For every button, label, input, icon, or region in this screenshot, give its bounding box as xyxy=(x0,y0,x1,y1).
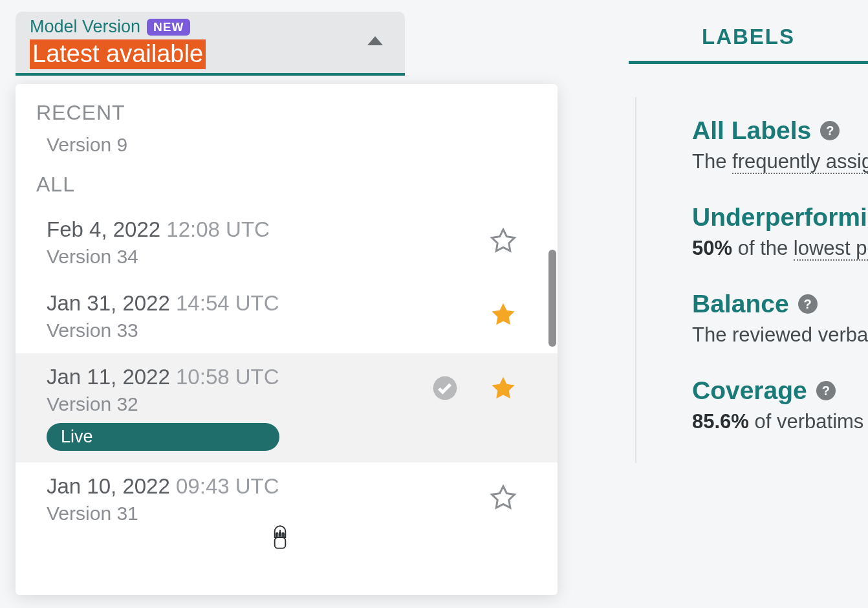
dropdown-label-row: Model Version NEW xyxy=(30,17,391,37)
version-date: Jan 31, 2022 14:54 UTC xyxy=(47,291,279,316)
version-text: Jan 11, 2022 10:58 UTC Version 32 Live xyxy=(47,365,279,451)
model-version-dropdown-panel: RECENT Version 9 ALL Feb 4, 2022 12:08 U… xyxy=(16,84,558,595)
dropdown-label: Model Version xyxy=(30,17,140,37)
model-version-dropdown-trigger[interactable]: Model Version NEW Latest available xyxy=(16,12,405,76)
tab-labels[interactable]: LABELS xyxy=(629,25,868,64)
dropdown-selected-value: Latest available xyxy=(30,39,206,69)
check-circle-icon xyxy=(432,375,458,401)
scrollbar-thumb[interactable] xyxy=(548,250,556,347)
label-block-underperforming: Underperformi 50% of the lowest pe xyxy=(692,203,868,260)
label-desc: The frequently assign xyxy=(692,150,868,173)
label-block-coverage: Coverage ? 85.6% of verbatims a xyxy=(692,376,868,433)
label-title: Coverage xyxy=(692,376,807,405)
version-item[interactable]: Jan 10, 2022 09:43 UTC Version 31 xyxy=(16,462,558,536)
label-desc: The reviewed verbati xyxy=(692,323,868,347)
version-item[interactable]: Feb 4, 2022 12:08 UTC Version 34 xyxy=(16,206,558,279)
label-title: Balance xyxy=(692,290,789,318)
labels-panel: All Labels ? The frequently assign Under… xyxy=(635,97,868,463)
label-title: Underperformi xyxy=(692,203,867,232)
star-icon[interactable] xyxy=(489,300,517,329)
live-badge: Live xyxy=(47,423,279,451)
version-item[interactable]: Jan 11, 2022 10:58 UTC Version 32 Live xyxy=(16,353,558,462)
help-icon[interactable]: ? xyxy=(820,121,840,140)
version-number: Version 33 xyxy=(47,320,279,342)
label-desc: 85.6% of verbatims a xyxy=(692,410,868,433)
star-icon[interactable] xyxy=(489,226,517,255)
version-date: Jan 10, 2022 09:43 UTC xyxy=(47,474,279,499)
new-badge: NEW xyxy=(147,19,190,36)
all-section-header: ALL xyxy=(16,170,558,206)
version-date: Feb 4, 2022 12:08 UTC xyxy=(47,217,270,242)
label-title: All Labels xyxy=(692,116,811,145)
version-number: Version 34 xyxy=(47,246,270,268)
version-text: Jan 10, 2022 09:43 UTC Version 31 xyxy=(47,474,279,525)
star-icon[interactable] xyxy=(489,483,517,512)
recent-section-header: RECENT xyxy=(16,98,558,134)
version-item[interactable]: Jan 31, 2022 14:54 UTC Version 33 xyxy=(16,279,558,353)
star-icon[interactable] xyxy=(489,374,517,402)
version-number: Version 31 xyxy=(47,503,279,525)
help-icon[interactable]: ? xyxy=(798,294,818,314)
version-list: Feb 4, 2022 12:08 UTC Version 34 Jan 31,… xyxy=(16,206,558,536)
version-text: Feb 4, 2022 12:08 UTC Version 34 xyxy=(47,217,270,268)
label-block-balance: Balance ? The reviewed verbati xyxy=(692,290,868,347)
version-date: Jan 11, 2022 10:58 UTC xyxy=(47,365,279,389)
version-number: Version 32 xyxy=(47,393,279,415)
chevron-up-icon xyxy=(367,36,383,45)
label-desc: 50% of the lowest pe xyxy=(692,237,868,260)
label-block-all-labels: All Labels ? The frequently assign xyxy=(692,116,868,173)
recent-version-item[interactable]: Version 9 xyxy=(16,134,558,170)
version-text: Jan 31, 2022 14:54 UTC Version 33 xyxy=(47,291,279,342)
help-icon[interactable]: ? xyxy=(816,381,836,400)
